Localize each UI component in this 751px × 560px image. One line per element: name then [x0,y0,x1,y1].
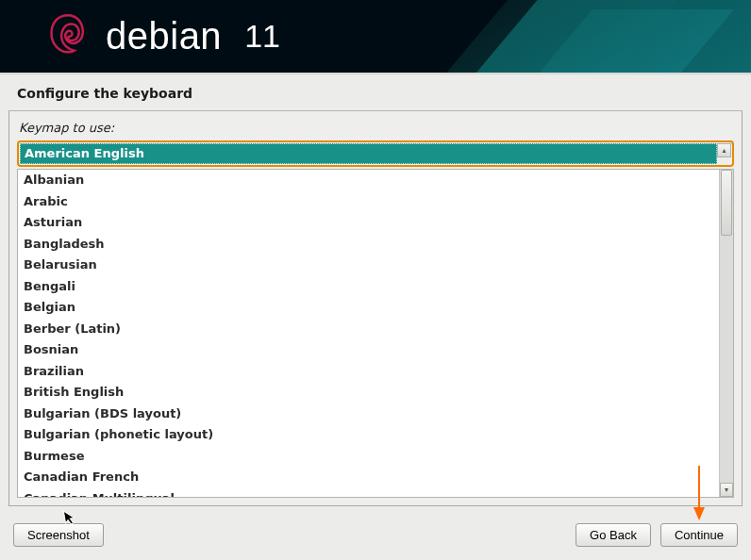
list-item[interactable]: Bengali [18,276,719,298]
list-item[interactable]: Bulgarian (phonetic layout) [18,424,719,446]
vertical-scrollbar[interactable]: ▾ [719,170,733,497]
list-item[interactable]: Canadian Multilingual [18,488,719,498]
scroll-up-button[interactable]: ▴ [717,143,731,157]
scroll-thumb[interactable] [721,170,732,236]
continue-button[interactable]: Continue [660,523,738,547]
svg-marker-1 [693,507,705,520]
selection-highlight: American English ▴ [17,140,734,167]
list-item[interactable]: Bulgarian (BDS layout) [18,404,719,425]
footer-bar: Screenshot Go Back Continue [0,523,751,547]
list-item[interactable]: Berber (Latin) [18,319,719,340]
list-item[interactable]: Albanian [18,170,719,191]
list-item[interactable]: Bangladesh [18,234,719,255]
list-item[interactable]: Canadian French [18,467,719,488]
prompt-label: Keymap to use: [17,121,734,140]
list-item[interactable]: Burmese [18,446,719,468]
list-item[interactable]: American English [20,143,717,164]
header-banner: debian 11 [0,0,751,73]
brand-version: 11 [244,18,280,55]
list-item[interactable]: Bosnian [18,339,719,361]
keymap-listbox[interactable]: AlbanianArabicAsturianBangladeshBelarusi… [17,169,734,498]
screenshot-button[interactable]: Screenshot [13,523,104,547]
list-item[interactable]: Asturian [18,212,719,234]
list-item[interactable]: British English [18,382,719,404]
page-title: Configure the keyboard [0,74,751,110]
brand-name: debian [106,15,222,58]
go-back-button[interactable]: Go Back [576,523,651,547]
list-item[interactable]: Brazilian [18,361,719,383]
scroll-down-button[interactable]: ▾ [720,483,733,497]
list-item[interactable]: Arabic [18,191,719,213]
brand-logo: debian 11 [47,11,280,61]
scroll-track[interactable] [720,170,733,483]
list-item[interactable]: Belgian [18,297,719,319]
list-item[interactable]: Belarusian [18,255,719,276]
debian-swirl-icon [47,11,89,61]
main-panel: Keymap to use: American English ▴ Albani… [8,110,743,506]
